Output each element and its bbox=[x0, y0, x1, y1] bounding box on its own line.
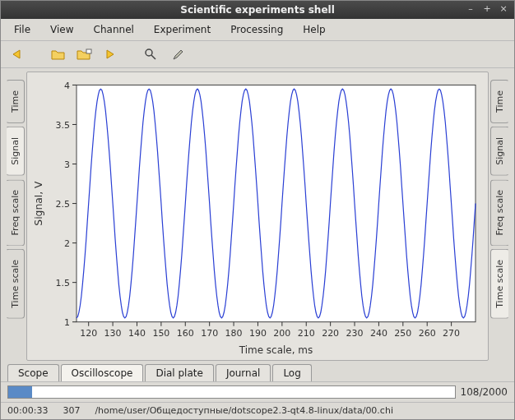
back-button[interactable] bbox=[9, 44, 29, 64]
svg-text:Time scale, ms: Time scale, ms bbox=[239, 344, 313, 356]
right-tab-freq-scale[interactable]: Freq scale bbox=[490, 179, 509, 246]
svg-text:240: 240 bbox=[370, 328, 387, 339]
svg-text:Signal, V: Signal, V bbox=[33, 181, 44, 226]
right-tab-time[interactable]: Time bbox=[490, 80, 509, 123]
dropper-icon bbox=[170, 48, 183, 61]
titlebar: Scientific experiments shell – + × bbox=[1, 1, 514, 19]
status-bar: 00:00:33 307 /home/user/Общедоступные/do… bbox=[1, 402, 514, 419]
open-folder-button[interactable] bbox=[49, 44, 68, 64]
chart-canvas[interactable]: 1201301401501601701801902002102202302402… bbox=[27, 72, 488, 360]
right-tab-strip: TimeSignalFreq scaleTime scale bbox=[490, 72, 509, 361]
svg-text:200: 200 bbox=[273, 328, 290, 339]
maximize-button[interactable]: + bbox=[481, 3, 493, 15]
svg-text:220: 220 bbox=[322, 328, 339, 339]
menu-processing[interactable]: Processing bbox=[222, 22, 291, 37]
right-tab-time-scale[interactable]: Time scale bbox=[490, 249, 509, 319]
svg-text:130: 130 bbox=[104, 328, 122, 339]
left-tab-freq-scale[interactable]: Freq scale bbox=[6, 179, 25, 246]
svg-text:120: 120 bbox=[80, 328, 97, 339]
svg-text:1.5: 1.5 bbox=[56, 278, 70, 288]
progress-bar bbox=[7, 385, 456, 399]
open-folder-icon bbox=[51, 48, 66, 61]
menu-view[interactable]: View bbox=[42, 22, 81, 37]
dropper-button[interactable] bbox=[167, 44, 187, 64]
folder-options-icon bbox=[77, 48, 93, 61]
svg-text:140: 140 bbox=[128, 328, 146, 339]
svg-text:180: 180 bbox=[225, 328, 243, 339]
menu-channel[interactable]: Channel bbox=[86, 22, 142, 37]
svg-text:210: 210 bbox=[298, 328, 315, 339]
app-window: Scientific experiments shell – + × File … bbox=[0, 0, 515, 420]
progress-label: 108/2000 bbox=[461, 386, 508, 398]
folder-options-button[interactable] bbox=[75, 44, 95, 64]
left-tab-signal[interactable]: Signal bbox=[6, 127, 25, 176]
back-icon bbox=[12, 48, 26, 60]
progress-row: 108/2000 bbox=[1, 381, 514, 402]
svg-text:170: 170 bbox=[201, 328, 218, 339]
svg-text:3.5: 3.5 bbox=[56, 119, 70, 130]
svg-text:1: 1 bbox=[64, 317, 70, 328]
svg-text:190: 190 bbox=[249, 328, 267, 339]
svg-text:230: 230 bbox=[346, 328, 364, 339]
content-area: TimeSignalFreq scaleTime scale 120130140… bbox=[1, 68, 514, 362]
chart-panel: 1201301401501601701801902002102202302402… bbox=[26, 72, 489, 361]
progress-fill bbox=[8, 386, 32, 398]
menubar: File View Channel Experiment Processing … bbox=[1, 19, 514, 41]
tab-scope[interactable]: Scope bbox=[7, 364, 59, 381]
status-frame: 307 bbox=[63, 405, 80, 416]
forward-icon bbox=[104, 48, 118, 60]
svg-text:160: 160 bbox=[177, 328, 194, 339]
left-tab-time[interactable]: Time bbox=[6, 80, 25, 123]
window-title: Scientific experiments shell bbox=[180, 4, 335, 16]
svg-text:250: 250 bbox=[394, 328, 411, 339]
tab-log[interactable]: Log bbox=[272, 364, 311, 381]
svg-line-2 bbox=[151, 55, 155, 59]
svg-text:150: 150 bbox=[152, 328, 169, 339]
minimize-button[interactable]: – bbox=[465, 3, 476, 15]
svg-point-1 bbox=[146, 49, 152, 56]
right-tab-signal[interactable]: Signal bbox=[490, 127, 509, 176]
svg-text:260: 260 bbox=[419, 328, 436, 339]
status-time: 00:00:33 bbox=[7, 405, 48, 416]
tab-journal[interactable]: Journal bbox=[216, 364, 271, 381]
svg-text:4: 4 bbox=[64, 80, 70, 90]
zoom-icon bbox=[144, 48, 157, 61]
left-tab-strip: TimeSignalFreq scaleTime scale bbox=[6, 72, 25, 361]
toolbar bbox=[1, 41, 514, 68]
zoom-button[interactable] bbox=[141, 44, 160, 64]
forward-button[interactable] bbox=[101, 44, 121, 64]
menu-help[interactable]: Help bbox=[295, 22, 333, 37]
close-button[interactable]: × bbox=[498, 3, 509, 15]
svg-text:3: 3 bbox=[64, 159, 70, 169]
status-path: /home/user/Общедоступные/dotscope2.3-qt4… bbox=[95, 405, 508, 416]
tab-oscilloscope[interactable]: Oscilloscope bbox=[61, 364, 144, 382]
svg-text:2.5: 2.5 bbox=[56, 199, 70, 210]
bottom-tab-strip: ScopeOscilloscopeDial plateJournalLog bbox=[1, 362, 514, 381]
menu-file[interactable]: File bbox=[6, 22, 39, 37]
svg-rect-0 bbox=[86, 49, 91, 53]
left-tab-time-scale[interactable]: Time scale bbox=[6, 249, 25, 319]
menu-experiment[interactable]: Experiment bbox=[146, 22, 219, 37]
tab-dial-plate[interactable]: Dial plate bbox=[145, 364, 213, 381]
svg-text:2: 2 bbox=[64, 238, 70, 249]
window-buttons: – + × bbox=[465, 3, 509, 15]
svg-text:270: 270 bbox=[443, 328, 460, 339]
